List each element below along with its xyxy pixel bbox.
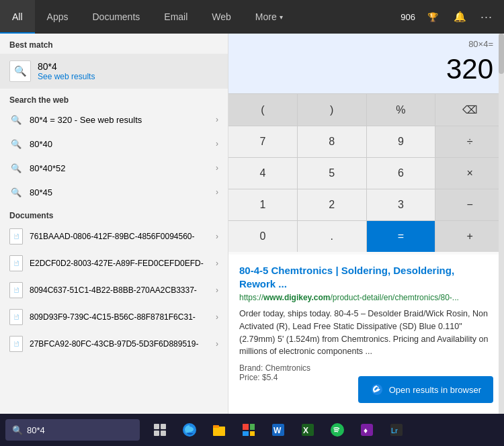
svg-point-15 <box>331 423 344 437</box>
tab-apps[interactable]: Apps <box>35 0 81 34</box>
calc-btn-7[interactable]: 7 <box>228 126 297 157</box>
calc-btn-_[interactable]: ÷ <box>435 126 504 157</box>
main-content: Best match 🔍 80*4 See web results Search… <box>0 34 504 414</box>
web-result-brand: Brand: Chemtronics <box>239 363 493 373</box>
score-display: 906 <box>401 12 415 22</box>
navigation-bar: All Apps Documents Email Web More ▾ 906 … <box>0 0 504 34</box>
microsoft-store-button[interactable] <box>235 416 262 443</box>
chevron-right-icon: › <box>216 259 218 268</box>
calc-result: 320 <box>228 50 504 93</box>
left-panel: Best match 🔍 80*4 See web results Search… <box>0 34 228 414</box>
tab-email[interactable]: Email <box>152 0 200 34</box>
file-explorer-button[interactable] <box>206 416 233 443</box>
chevron-right-icon: › <box>216 285 218 295</box>
calc-keypad: ()%⌫789÷456×123−0.=+ <box>228 93 504 252</box>
calc-btn-_[interactable]: ( <box>228 94 297 126</box>
chevron-right-icon: › <box>216 232 218 241</box>
app-7-button[interactable]: ♦ <box>353 416 380 443</box>
search-icon: 🔍 <box>9 60 31 82</box>
taskbar-search-icon: 🔍 <box>12 425 23 435</box>
svg-rect-8 <box>250 424 255 430</box>
see-web-results-link[interactable]: See web results <box>38 72 95 81</box>
doc-text-2: E2DCF0D2-8003-427E-A89F-FED0CEFD0EFD- <box>30 259 216 268</box>
trophy-button[interactable]: 🏆 <box>421 5 445 29</box>
doc-item-4[interactable]: 📄 809D93F9-739C-4C15-B56C-88F8781F6C31- … <box>0 304 228 330</box>
right-panel: 80×4= 320 ()%⌫789÷456×123−0.=+ 80-4-5 Ch… <box>228 34 504 414</box>
search-icon: 🔍 <box>9 113 23 126</box>
calc-btn-1[interactable]: 1 <box>228 189 297 220</box>
best-match-item[interactable]: 🔍 80*4 See web results <box>0 54 228 89</box>
calc-btn-0[interactable]: 0 <box>228 221 297 252</box>
doc-item-3[interactable]: 📄 8094C637-51C1-4B22-B8BB-270AA2CB3337- … <box>0 277 228 304</box>
svg-rect-9 <box>243 431 249 436</box>
nav-right-controls: 906 🏆 🔔 ··· <box>401 0 504 34</box>
chevron-right-icon: › <box>216 163 218 173</box>
svg-rect-1 <box>161 424 166 429</box>
chevron-right-icon: › <box>216 339 218 349</box>
svg-text:W: W <box>274 426 282 435</box>
svg-rect-3 <box>161 431 166 436</box>
documents-label: Documents <box>0 204 228 223</box>
calc-btn-_[interactable]: ) <box>298 94 366 126</box>
svg-rect-10 <box>250 431 255 436</box>
doc-item-2[interactable]: 📄 E2DCF0D2-8003-427E-A89F-FED0CEFD0EFD- … <box>0 250 228 277</box>
document-icon: 📄 <box>9 255 23 271</box>
tab-web[interactable]: Web <box>200 0 243 34</box>
calc-btn-9[interactable]: 9 <box>367 126 435 157</box>
svg-rect-5 <box>213 427 225 436</box>
svg-rect-2 <box>154 431 159 436</box>
open-in-browser-button[interactable]: Open results in browser <box>358 376 493 403</box>
chevron-right-icon: › <box>216 115 218 124</box>
calc-btn-2[interactable]: 2 <box>298 189 366 220</box>
doc-item-5[interactable]: 📄 27BFCA92-80FC-43CB-97D5-5D3F6D889519- … <box>0 330 228 357</box>
taskbar-search-box[interactable]: 🔍 80*4 <box>5 419 140 441</box>
calculator: 80×4= 320 ()%⌫789÷456×123−0.=+ <box>228 34 504 252</box>
edge-taskbar-button[interactable] <box>176 416 203 443</box>
web-result-url: https://www.digikey.com/product-detail/e… <box>239 293 493 302</box>
more-options-button[interactable]: ··· <box>474 5 499 29</box>
lightroom-button[interactable]: Lr <box>383 416 410 443</box>
calc-btn-6[interactable]: 6 <box>367 158 435 189</box>
doc-item-1[interactable]: 📄 761BAAAD-0806-412F-89BC-4856F0094560- … <box>0 223 228 250</box>
doc-text-1: 761BAAAD-0806-412F-89BC-4856F0094560- <box>30 232 216 241</box>
web-search-item-1[interactable]: 🔍 80*4 = 320 - See web results › <box>0 107 228 132</box>
calc-btn-8[interactable]: 8 <box>298 126 366 157</box>
doc-text-4: 809D93F9-739C-4C15-B56C-88F8781F6C31- <box>30 312 216 322</box>
calc-btn-_[interactable]: = <box>367 221 435 252</box>
calc-btn-_[interactable]: ⌫ <box>435 94 504 126</box>
web-result-description: Order today, ships today. 80-4-5 – Desol… <box>239 308 493 358</box>
calc-btn-_[interactable]: % <box>367 94 435 126</box>
scrollbar[interactable] <box>499 34 504 414</box>
calc-expression: 80×4= <box>228 34 504 50</box>
calc-btn-_[interactable]: + <box>435 221 504 252</box>
web-search-item-2[interactable]: 🔍 80*40 › <box>0 132 228 156</box>
tab-more[interactable]: More ▾ <box>243 0 295 34</box>
web-result-title[interactable]: 80-4-5 Chemtronics | Soldering, Desolder… <box>239 264 493 290</box>
document-icon: 📄 <box>9 282 23 298</box>
svg-rect-0 <box>154 424 159 429</box>
chevron-down-icon: ▾ <box>280 13 283 21</box>
word-button[interactable]: W <box>265 416 292 443</box>
web-search-item-4[interactable]: 🔍 80*45 › <box>0 180 228 204</box>
tab-documents[interactable]: Documents <box>80 0 152 34</box>
calc-btn-_[interactable]: × <box>435 158 504 189</box>
calc-btn-_[interactable]: . <box>298 221 366 252</box>
task-view-button[interactable] <box>146 416 173 443</box>
search-icon: 🔍 <box>9 161 23 175</box>
svg-rect-11 <box>272 424 284 436</box>
chevron-right-icon: › <box>216 187 218 197</box>
taskbar: 🔍 80*4 <box>0 414 504 446</box>
notification-button[interactable]: 🔔 <box>448 5 472 29</box>
svg-text:♦: ♦ <box>364 426 368 435</box>
web-search-item-3[interactable]: 🔍 80*40*52 › <box>0 156 228 180</box>
calc-btn-_[interactable]: − <box>435 189 504 220</box>
taskbar-search-text: 80*4 <box>27 425 45 435</box>
tab-all[interactable]: All <box>0 0 35 34</box>
spotify-button[interactable] <box>324 416 351 443</box>
svg-text:X: X <box>303 426 308 435</box>
calc-btn-5[interactable]: 5 <box>298 158 366 189</box>
calc-btn-3[interactable]: 3 <box>367 189 435 220</box>
calc-btn-4[interactable]: 4 <box>228 158 297 189</box>
excel-button[interactable]: X <box>294 416 321 443</box>
scroll-thumb[interactable] <box>499 34 504 74</box>
